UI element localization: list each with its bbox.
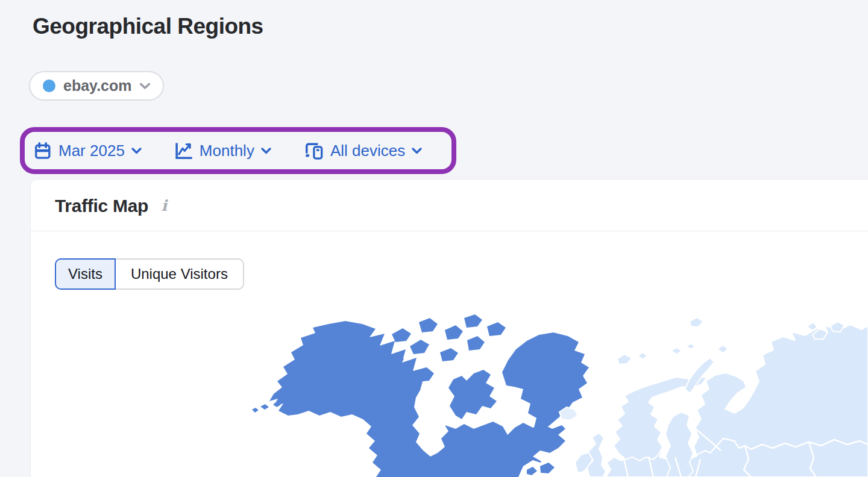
map-region-baffin-island[interactable] xyxy=(448,370,497,419)
domain-status-dot xyxy=(43,80,55,92)
devices-label: All devices xyxy=(330,142,405,160)
metric-toggle: Visits Unique Visitors xyxy=(55,258,244,290)
map-region-aleutian-islands xyxy=(252,402,281,413)
info-icon[interactable]: i xyxy=(162,197,168,214)
chevron-down-icon xyxy=(412,148,422,154)
traffic-map-card: Traffic Map i Visits Unique Visitors xyxy=(30,179,868,477)
page-title: Geographical Regions xyxy=(33,14,263,39)
card-header: Traffic Map i xyxy=(31,179,868,231)
line-chart-icon xyxy=(174,142,193,160)
chevron-down-icon xyxy=(261,148,271,154)
chevron-down-icon xyxy=(139,83,151,90)
filter-toolbar: Mar 2025 Monthly All devices xyxy=(33,142,422,160)
calendar-icon xyxy=(33,142,52,160)
chevron-down-icon xyxy=(131,148,142,154)
domain-label: ebay.com xyxy=(63,77,131,95)
granularity-label: Monthly xyxy=(200,142,254,160)
world-traffic-map[interactable] xyxy=(30,301,868,477)
date-range-filter[interactable]: Mar 2025 xyxy=(33,142,142,160)
annotation-highlight-box: Mar 2025 Monthly All devices xyxy=(20,127,456,174)
card-title: Traffic Map xyxy=(55,196,148,216)
devices-icon xyxy=(304,142,324,160)
domain-selector[interactable]: ebay.com xyxy=(29,71,164,101)
toggle-unique-visitors[interactable]: Unique Visitors xyxy=(116,258,244,290)
devices-filter[interactable]: All devices xyxy=(304,142,422,160)
date-range-label: Mar 2025 xyxy=(58,142,125,160)
map-region-finland[interactable] xyxy=(665,412,693,477)
granularity-filter[interactable]: Monthly xyxy=(174,142,271,160)
map-region-arctic-islets xyxy=(617,317,728,364)
toggle-visits[interactable]: Visits xyxy=(55,258,116,290)
map-region-great-britain[interactable] xyxy=(587,433,606,477)
